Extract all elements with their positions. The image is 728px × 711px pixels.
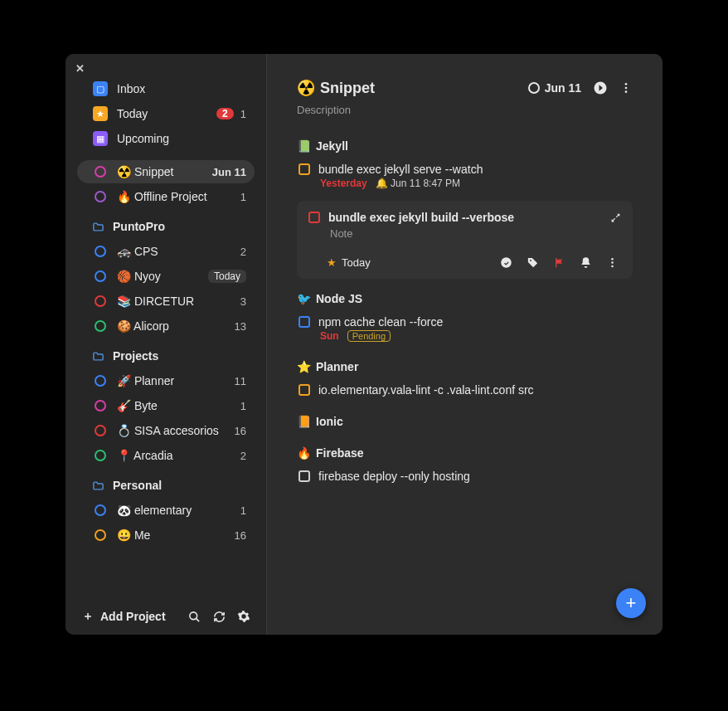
task-meta: Yesterday🔔 Jun 11 8:47 PM	[298, 176, 633, 189]
task-section: 🔥Firebasefirebase deploy --only hosting	[284, 441, 646, 488]
project-label: 🔥 Offline Project	[117, 190, 240, 203]
card-due-chip[interactable]: ★Today	[327, 256, 371, 269]
task-checkbox[interactable]	[298, 316, 310, 328]
task-checkbox[interactable]	[298, 470, 310, 482]
card-reminder-button[interactable]	[576, 256, 595, 269]
card-tag-button[interactable]	[523, 256, 541, 269]
task-item[interactable]: io.elementary.vala-lint -c .vala-lint.co…	[297, 378, 633, 402]
project-item[interactable]: 🍪 Alicorp13	[77, 314, 255, 338]
reminder-label: 🔔 Jun 11 8:47 PM	[376, 178, 460, 189]
section-header[interactable]: 🔥Firebase	[297, 441, 633, 465]
section-icon: 📙	[297, 415, 311, 428]
settings-button[interactable]	[233, 606, 255, 627]
project-date: Jun 11	[212, 166, 246, 178]
task-section: 📗Jekyllbundle exec jekyll serve --watchY…	[284, 134, 646, 279]
project-label: 🐼 elementary	[117, 504, 240, 517]
sidebar-scroll: ▢ Inbox ★ Today 2 1 ▦ Upcoming ☢️ Snippe…	[66, 54, 266, 598]
add-project-button[interactable]: ＋ Add Project	[77, 606, 171, 627]
svg-point-0	[189, 611, 197, 619]
task-checkbox[interactable]	[308, 212, 320, 223]
project-emoji: ☢️	[297, 79, 315, 97]
header-share-button[interactable]	[593, 80, 608, 95]
section-title-text: Jekyll	[316, 139, 348, 153]
header-date: Jun 11	[545, 81, 581, 95]
close-button[interactable]: ✕	[75, 62, 85, 75]
header-date-button[interactable]: Jun 11	[528, 81, 581, 95]
today-badge: Today	[208, 270, 246, 283]
header-menu-button[interactable]	[619, 81, 633, 95]
project-label: 🎸 Byte	[117, 399, 240, 412]
svg-point-3	[625, 83, 628, 85]
project-item[interactable]: 🚓 CPS2	[77, 240, 255, 263]
due-label: Yesterday	[320, 178, 367, 189]
count-badge: 2	[240, 450, 246, 462]
section-title-text: Node JS	[316, 292, 362, 305]
project-snippet[interactable]: ☢️ Snippet Jun 11	[77, 160, 255, 183]
project-label: 🚀 Planner	[117, 374, 235, 387]
plus-icon: +	[626, 592, 637, 614]
task-text: io.elementary.vala-lint -c .vala-lint.co…	[318, 383, 534, 397]
main-scroll[interactable]: 📗Jekyllbundle exec jekyll serve --watchY…	[267, 126, 662, 635]
count-badge: 16	[235, 529, 246, 542]
nav-label: Inbox	[117, 82, 246, 95]
project-item[interactable]: 📚 DIRCETUR3	[77, 290, 255, 313]
section-header[interactable]: ⭐Planner	[297, 355, 633, 378]
project-item[interactable]: 🏀 NyoyToday	[77, 265, 255, 288]
search-button[interactable]	[183, 606, 205, 627]
folder-puntopro[interactable]: PuntoPro	[77, 215, 255, 238]
project-offline[interactable]: 🔥 Offline Project 1	[77, 185, 255, 208]
sync-icon	[213, 611, 226, 623]
card-note[interactable]: Note	[308, 224, 621, 256]
section-title-text: Firebase	[316, 446, 364, 460]
task-text: bundle exec jekyll serve --watch	[318, 163, 483, 176]
project-item[interactable]: 📍 Arcadia2	[77, 444, 255, 467]
description-field[interactable]: Description	[267, 104, 662, 126]
folder-projects[interactable]: Projects	[77, 344, 255, 368]
count-badge: 1	[240, 504, 246, 517]
task-checkbox[interactable]	[298, 384, 310, 396]
svg-point-9	[611, 261, 614, 264]
folder-label: Projects	[113, 349, 158, 363]
count-badge: 16	[235, 425, 246, 437]
nav-upcoming[interactable]: ▦ Upcoming	[77, 127, 255, 150]
card-more-button[interactable]	[603, 256, 621, 269]
nav-today[interactable]: ★ Today 2 1	[77, 102, 255, 125]
add-task-fab[interactable]: +	[616, 588, 646, 618]
section-header[interactable]: 📙Ionic	[297, 410, 633, 433]
card-title: bundle exec jekyll build --verbose	[328, 211, 602, 224]
project-item[interactable]: 😀 Me16	[77, 524, 255, 547]
project-label: 🚓 CPS	[117, 245, 240, 258]
section-header[interactable]: 🐦Node JS	[297, 287, 633, 310]
project-label: 😀 Me	[117, 528, 235, 542]
count-badge: 11	[235, 375, 246, 387]
project-color-icon	[92, 295, 109, 307]
project-item[interactable]: 🐼 elementary1	[77, 499, 255, 522]
folder-personal[interactable]: Personal	[77, 474, 255, 497]
svg-point-5	[625, 90, 628, 93]
task-section: 📙Ionic	[284, 410, 646, 433]
svg-point-8	[611, 258, 614, 261]
card-flag-button[interactable]	[550, 256, 568, 269]
project-color-icon	[92, 450, 109, 461]
project-item[interactable]: 🎸 Byte1	[77, 394, 255, 417]
section-icon: 🐦	[297, 292, 311, 305]
task-checkbox[interactable]	[298, 163, 310, 175]
task-item[interactable]: firebase deploy --only hosting	[297, 465, 633, 488]
count-badge: 1	[240, 191, 246, 203]
svg-point-10	[611, 265, 614, 268]
task-item[interactable]: bundle exec jekyll serve --watchYesterda…	[297, 158, 633, 194]
section-header[interactable]: 📗Jekyll	[297, 134, 633, 158]
task-card[interactable]: bundle exec jekyll build --verboseNote★T…	[297, 201, 633, 279]
collapse-button[interactable]	[610, 212, 621, 223]
app-window: ✕ ▢ Inbox ★ Today 2 1 ▦ Upcoming	[66, 54, 662, 635]
project-label: 📚 DIRCETUR	[117, 295, 240, 308]
tag-icon	[527, 256, 539, 269]
task-item[interactable]: npm cache clean --forceSunPending	[297, 310, 633, 347]
project-item[interactable]: 💍 SISA accesorios16	[77, 419, 255, 442]
card-done-button[interactable]	[497, 256, 515, 269]
sync-button[interactable]	[208, 606, 230, 627]
project-item[interactable]: 🚀 Planner11	[77, 369, 255, 392]
due-label: Sun	[320, 330, 339, 342]
nav-inbox[interactable]: ▢ Inbox	[77, 77, 255, 100]
count-badge: 1	[240, 108, 246, 120]
